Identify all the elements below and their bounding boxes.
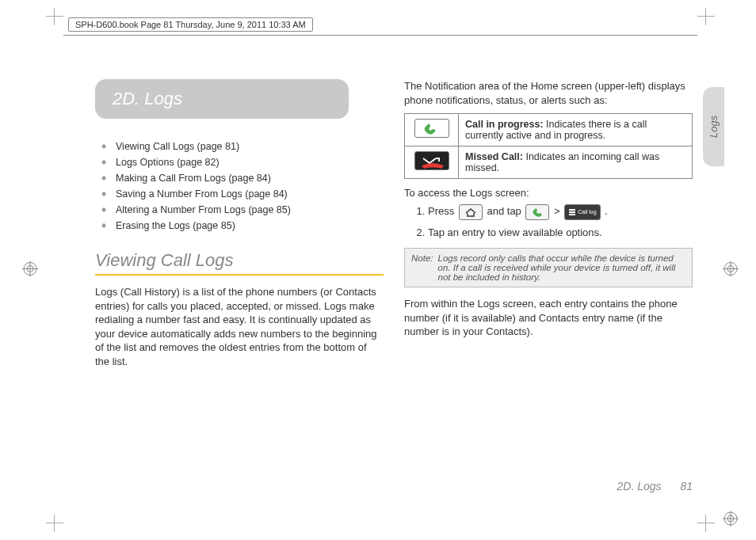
- toc-item: Logs Options (page 82): [95, 157, 384, 168]
- footer-page-number: 81: [680, 480, 693, 492]
- svg-rect-16: [569, 209, 575, 211]
- left-column: 2D. Logs Viewing Call Logs (page 81) Log…: [95, 79, 384, 368]
- crop-mark-icon: [46, 8, 63, 25]
- page-footer: 2D. Logs 81: [617, 480, 693, 492]
- notification-label: Call in progress:: [465, 119, 544, 130]
- registration-mark-icon: [22, 261, 38, 280]
- toc-item: Erasing the Logs (page 85): [95, 220, 384, 231]
- call-log-label: Call log: [578, 209, 596, 215]
- section-title-badge: 2D. Logs: [95, 79, 349, 119]
- crop-mark-icon: [697, 515, 715, 532]
- paragraph-after-note: From within the Logs screen, each entry …: [404, 297, 693, 339]
- table-row: Call in progress: Indicates there is a c…: [405, 114, 693, 146]
- note-label: Note:: [411, 253, 433, 282]
- document-header: SPH-D600.book Page 81 Thursday, June 9, …: [63, 14, 697, 36]
- note-box: Note: Logs record only calls that occur …: [404, 248, 693, 287]
- heading-viewing-call-logs: Viewing Call Logs: [95, 250, 384, 276]
- svg-rect-18: [569, 214, 575, 215]
- notification-desc-cell: Call in progress: Indicates there is a c…: [459, 114, 693, 146]
- page-content: Logs 2D. Logs Viewing Call Logs (page 81…: [95, 79, 693, 492]
- steps-list: Press and tap > Call log . Tap: [404, 203, 693, 240]
- phone-app-icon: [525, 204, 549, 220]
- step-text: and tap: [487, 205, 524, 217]
- step-item: Tap an entry to view available options.: [428, 225, 693, 241]
- toc-item: Making a Call From Logs (page 84): [95, 173, 384, 184]
- note-text: Logs record only calls that occur while …: [438, 253, 686, 282]
- registration-mark-icon: [723, 511, 739, 529]
- side-tab-logs: Logs: [703, 87, 724, 166]
- crop-mark-icon: [46, 515, 63, 532]
- footer-section-title: 2D. Logs: [617, 480, 661, 492]
- step-text: .: [605, 205, 608, 217]
- notification-desc-cell: Missed Call: Indicates an incoming call …: [459, 146, 693, 179]
- toc-list: Viewing Call Logs (page 81) Logs Options…: [95, 141, 384, 231]
- paragraph-notification-intro: The Notification area of the Home screen…: [404, 79, 693, 107]
- notification-label: Missed Call:: [465, 151, 523, 162]
- step-text: >: [554, 205, 563, 217]
- right-column: The Notification area of the Home screen…: [404, 79, 693, 368]
- registration-mark-icon: [723, 261, 739, 280]
- toc-item: Viewing Call Logs (page 81): [95, 141, 384, 152]
- call-in-progress-icon: [414, 119, 449, 138]
- crop-mark-icon: [697, 8, 715, 25]
- access-heading: To access the Logs screen:: [404, 187, 693, 199]
- paragraph-viewing: Logs (Call History) is a list of the pho…: [95, 285, 384, 368]
- step-item: Press and tap > Call log .: [428, 203, 693, 220]
- toc-item: Altering a Number From Logs (page 85): [95, 204, 384, 215]
- home-key-icon: [459, 204, 483, 220]
- missed-call-icon: [414, 151, 449, 170]
- icon-cell: [405, 114, 459, 146]
- svg-rect-17: [569, 211, 575, 213]
- document-header-text: SPH-D600.book Page 81 Thursday, June 9, …: [68, 17, 313, 32]
- notification-table: Call in progress: Indicates there is a c…: [404, 113, 693, 179]
- toc-item: Saving a Number From Logs (page 84): [95, 188, 384, 200]
- step-text: Press: [428, 205, 457, 217]
- call-log-icon: Call log: [564, 204, 600, 220]
- icon-cell: [405, 146, 459, 179]
- table-row: Missed Call: Indicates an incoming call …: [405, 146, 693, 179]
